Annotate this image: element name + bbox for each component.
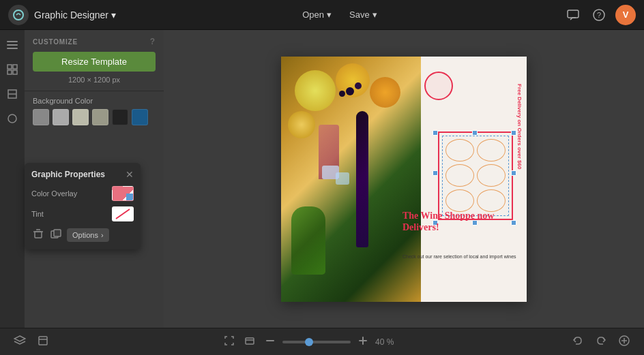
panel-title: Graphic Properties xyxy=(31,170,105,179)
user-avatar[interactable]: V xyxy=(615,5,636,25)
swatch-5[interactable] xyxy=(112,109,128,125)
canvas-circle xyxy=(424,72,453,100)
vertical-text: Free Delivery on Orders over $60 xyxy=(516,84,523,169)
graphic-properties-panel: Graphic Properties ✕ Color Overlay Tint xyxy=(25,163,141,249)
panel-close-button[interactable]: ✕ xyxy=(126,170,134,179)
options-label: Options xyxy=(72,231,98,239)
customize-label: CUSTOMIZE ? xyxy=(33,37,156,46)
pattern-cell-3 xyxy=(445,164,474,187)
zoom-slider[interactable] xyxy=(282,341,351,343)
header-right: ? V xyxy=(564,5,636,25)
pattern-cell-2 xyxy=(477,139,506,161)
open-button[interactable]: Open ▾ xyxy=(295,6,338,23)
zoom-out-button[interactable] xyxy=(262,334,278,350)
undo-button[interactable] xyxy=(569,332,587,352)
options-chevron: › xyxy=(101,231,104,239)
color-overlay-label: Color Overlay xyxy=(31,189,77,198)
fit-screen-button[interactable] xyxy=(221,334,237,350)
sidebar-icon-layers[interactable] xyxy=(4,86,20,102)
subtext-content: Check out our rare selection of local an… xyxy=(402,254,516,259)
headline-text: The Wine Shoppe now Delivers! xyxy=(402,211,521,234)
sidebar-icon-grid[interactable] xyxy=(4,61,20,78)
svg-marker-18 xyxy=(14,336,25,341)
save-chevron: ▾ xyxy=(372,10,377,20)
color-overlay-row: Color Overlay xyxy=(31,186,134,201)
toolbar-center: 40 % xyxy=(221,334,400,350)
svg-rect-17 xyxy=(54,230,61,236)
svg-rect-5 xyxy=(7,48,18,49)
zoom-value-label: 40 % xyxy=(375,337,400,347)
tint-row: Tint xyxy=(31,206,134,221)
customize-text: CUSTOMIZE xyxy=(33,38,78,46)
canvas-area: Free Delivery on Orders over $60 xyxy=(164,30,644,328)
app-logo xyxy=(8,5,29,25)
svg-rect-3 xyxy=(7,41,18,42)
swatch-3[interactable] xyxy=(72,109,89,125)
zoom-in-button[interactable] xyxy=(355,334,371,350)
selection-handle-mr[interactable] xyxy=(511,170,516,176)
svg-rect-9 xyxy=(13,70,17,74)
pattern-cell-5 xyxy=(445,189,474,212)
duplicate-button[interactable] xyxy=(49,227,63,243)
comments-button[interactable] xyxy=(564,5,583,25)
selection-handle-ml[interactable] xyxy=(433,170,438,176)
selection-handle-tl[interactable] xyxy=(433,130,438,136)
sidebar-icon-circle[interactable] xyxy=(4,110,20,127)
user-initial: V xyxy=(623,10,629,20)
app-title-chevron: ▾ xyxy=(111,10,116,20)
bottom-toolbar: 40 % xyxy=(0,328,644,355)
pattern-cell-6 xyxy=(477,189,506,212)
selection-handle-tm[interactable] xyxy=(472,130,478,136)
svg-rect-19 xyxy=(39,337,47,345)
save-button[interactable]: Save ▾ xyxy=(342,6,384,23)
sidebar-icon-strip xyxy=(0,30,25,328)
swatch-6[interactable] xyxy=(132,109,148,125)
app-title[interactable]: Graphic Designer ▾ xyxy=(34,10,116,20)
zoom-thumb[interactable] xyxy=(305,338,313,346)
save-label: Save xyxy=(349,10,370,20)
swatch-4[interactable] xyxy=(92,109,108,125)
open-chevron: ▾ xyxy=(327,10,332,20)
help-button[interactable]: ? xyxy=(589,5,609,25)
svg-rect-23 xyxy=(266,340,274,341)
app-name-label: Graphic Designer xyxy=(34,10,108,20)
selection-handle-tr[interactable] xyxy=(511,130,516,136)
sidebar: CUSTOMIZE ? Resize Template 1200 × 1200 … xyxy=(0,30,164,328)
swatch-2[interactable] xyxy=(53,109,69,125)
svg-rect-0 xyxy=(568,10,579,18)
layers-icon[interactable] xyxy=(11,332,29,352)
swatch-1[interactable] xyxy=(33,109,49,125)
sidebar-top: CUSTOMIZE ? Resize Template 1200 × 1200 … xyxy=(25,30,164,91)
expand-button[interactable] xyxy=(615,332,633,352)
color-overlay-swatch[interactable] xyxy=(112,186,134,201)
bg-color-section: Background Color xyxy=(25,91,164,131)
svg-rect-4 xyxy=(7,44,18,46)
dimension-text: 1200 × 1200 px xyxy=(33,76,156,84)
sidebar-icon-menu[interactable] xyxy=(4,37,20,53)
tint-label: Tint xyxy=(31,210,44,218)
delete-button[interactable] xyxy=(31,227,45,243)
svg-rect-14 xyxy=(35,232,42,238)
panel-header: Graphic Properties ✕ xyxy=(31,170,134,179)
svg-rect-25 xyxy=(362,337,364,345)
redo-button[interactable] xyxy=(592,332,610,352)
svg-line-13 xyxy=(116,209,130,219)
tint-swatch[interactable] xyxy=(112,206,134,221)
pattern-cell-1 xyxy=(445,139,474,161)
vertical-text-content: Free Delivery on Orders over $60 xyxy=(516,84,523,169)
headline-content: The Wine Shoppe now Delivers! xyxy=(402,211,494,232)
color-swatches xyxy=(33,109,156,125)
subtext: Check out our rare selection of local an… xyxy=(402,253,521,261)
pattern-inner xyxy=(442,136,509,216)
header-left: Graphic Designer ▾ xyxy=(8,5,116,25)
panel-bottom: Options › xyxy=(31,227,134,243)
options-button[interactable]: Options › xyxy=(67,228,109,242)
pages-icon[interactable] xyxy=(34,332,52,352)
svg-rect-6 xyxy=(8,65,12,69)
svg-rect-21 xyxy=(246,338,254,344)
svg-point-12 xyxy=(8,114,16,123)
fullscreen-button[interactable] xyxy=(241,334,258,350)
pattern-cell-4 xyxy=(477,164,506,187)
main: CUSTOMIZE ? Resize Template 1200 × 1200 … xyxy=(0,30,644,328)
resize-template-button[interactable]: Resize Template xyxy=(33,52,156,72)
